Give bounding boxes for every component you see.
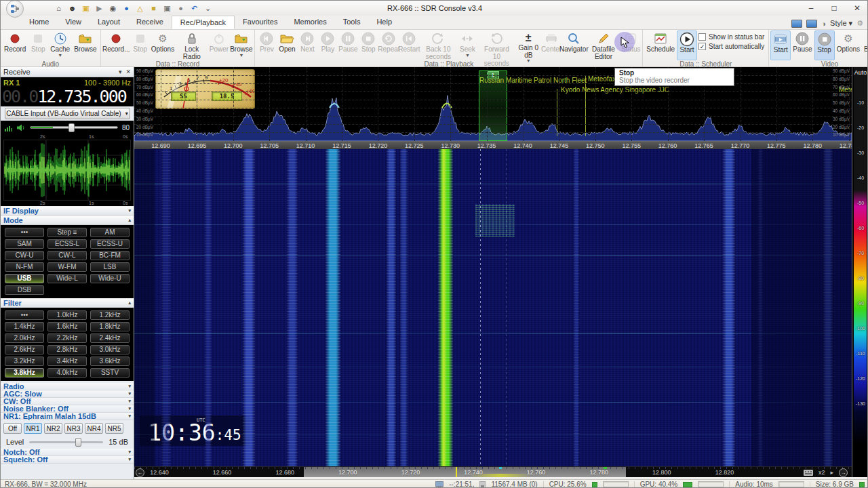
nav-play-icon[interactable]: ▸ — [830, 469, 833, 476]
tab-tools[interactable]: Tools — [335, 16, 369, 29]
filter-3-8khz[interactable]: 3.8kHz — [5, 368, 44, 378]
mode-step[interactable]: Step ≡ — [47, 228, 87, 237]
data-record-lock-radio-button[interactable]: Lock Radio — [175, 30, 209, 60]
section-filter[interactable]: Filter▴ — [1, 298, 134, 308]
video-browse-button[interactable]: Browse — [862, 30, 868, 60]
zoom-level[interactable]: x2 — [818, 469, 825, 476]
video-start-button[interactable]: Start — [770, 30, 791, 60]
filter-2-8khz[interactable]: 2.8kHz — [47, 345, 87, 354]
checkbox-icon[interactable]: ✓ — [698, 43, 706, 50]
mode-cw-u[interactable]: CW-U — [5, 251, 44, 260]
audio-device-dropdown[interactable]: CABLE Input (VB-Audio Virtual Cable)▾ — [5, 108, 130, 119]
data-record-options-button[interactable]: ⚙Options — [151, 30, 175, 60]
filter-2-2khz[interactable]: 2.2kHz — [47, 333, 87, 343]
volume-slider[interactable] — [30, 126, 118, 129]
nr-button-off[interactable]: Off — [3, 423, 22, 434]
section-if-display[interactable]: IF Display▾ — [1, 206, 134, 216]
mode-dsb[interactable]: DSB — [5, 285, 44, 295]
video-options-button[interactable]: ⚙Options — [835, 30, 862, 60]
filter-1-8khz[interactable]: 1.8kHz — [90, 322, 130, 331]
mode-sam[interactable]: SAM — [5, 239, 44, 249]
data-record-browse-button[interactable]: Browse▼ — [229, 30, 253, 60]
checkbox-show-in-status-bar[interactable]: Show in status bar — [698, 33, 764, 41]
waterfall-display[interactable]: UTC 10:36:45 — [134, 149, 852, 466]
data-playback-open-button[interactable]: Open — [277, 30, 297, 60]
filter-3-6khz[interactable]: 3.6kHz — [90, 357, 130, 366]
mode-am[interactable]: AM — [90, 228, 130, 237]
filter-sstv[interactable]: SSTV — [90, 368, 130, 378]
speaker-icon[interactable] — [17, 124, 26, 131]
data-scheduler-schedule-button[interactable]: Schedule — [644, 30, 677, 60]
nr-button-nr5[interactable]: NR5 — [105, 423, 123, 434]
minimize-button[interactable]: – — [800, 1, 823, 15]
mode-n-fm[interactable]: N-FM — [5, 262, 44, 272]
frequency-display[interactable]: 00.012.735.000 — [1, 87, 134, 106]
close-button[interactable]: ✕ — [846, 1, 868, 15]
audio-cache-button[interactable]: Cache▼ — [48, 30, 72, 60]
checkbox-icon[interactable] — [698, 33, 706, 41]
mode-ecss-l[interactable]: ECSS-L — [47, 239, 87, 249]
level-slider[interactable] — [29, 441, 103, 443]
filter-2-0khz[interactable]: 2.0kHz — [5, 333, 44, 343]
tab-view[interactable]: View — [57, 16, 90, 29]
nav-left-button[interactable]: ← — [136, 468, 144, 477]
tab-layout[interactable]: Layout — [90, 16, 128, 29]
nr-button-nr4[interactable]: NR4 — [85, 423, 103, 434]
tab-favourites[interactable]: Favourites — [235, 16, 285, 29]
maximize-button[interactable]: □ — [823, 1, 846, 15]
tab-home[interactable]: Home — [21, 16, 57, 29]
radio-setting-squelch[interactable]: Squelch: Off▾ — [1, 456, 134, 464]
filter-1-0khz[interactable]: 1.0kHz — [47, 310, 87, 320]
data-playback-navigator-button[interactable]: Navigator — [561, 30, 586, 60]
filter-1-2khz[interactable]: 1.2kHz — [90, 310, 130, 320]
filter-2-4khz[interactable]: 2.4kHz — [90, 333, 130, 343]
mode-w-fm[interactable]: W-FM — [47, 262, 87, 272]
mode-wide-l[interactable]: Wide-L — [47, 274, 87, 283]
checkbox-start-automatically[interactable]: ✓Start automatically — [698, 43, 764, 50]
mode-bc-fm[interactable]: BC-FM — [90, 251, 130, 260]
data-playback-gain-0-db-button[interactable]: ±Gain 0 dB▼ — [515, 30, 541, 60]
mode-ecss-u[interactable]: ECSS-U — [90, 239, 130, 249]
tab-receive[interactable]: Receive — [128, 16, 172, 29]
nr-button-nr1[interactable]: NR1 — [24, 423, 42, 434]
spectrum-frequency-scale[interactable]: 12.69012.69512.70012.70512.71012.71512.7… — [134, 141, 852, 149]
panel-close-icon[interactable]: ✕ — [125, 68, 131, 75]
style-dropdown[interactable]: Style ▾ — [830, 19, 852, 28]
filter-3-2khz[interactable]: 3.2kHz — [5, 357, 44, 366]
filter-4-0khz[interactable]: 4.0kHz — [47, 368, 87, 378]
monitor-icon[interactable] — [791, 20, 802, 28]
radio-setting-nr1[interactable]: NR1: Ephraim Malah 15dB▾ — [1, 413, 134, 420]
video-pause-button[interactable]: Pause — [791, 30, 814, 60]
frequency-navigator[interactable]: ← x2 ▸ → 12.64012.66012.68012.70012.7201… — [134, 466, 852, 477]
mode-[interactable]: ••• — [5, 228, 44, 237]
filter-1-4khz[interactable]: 1.4kHz — [5, 322, 44, 331]
filter-[interactable]: ••• — [5, 310, 44, 320]
pin-icon[interactable]: ⚙ — [856, 19, 863, 28]
nav-right-button[interactable]: → — [839, 468, 848, 477]
panel-collapse-icon[interactable]: ▾ — [119, 68, 122, 75]
theme-icon[interactable]: ◑ — [821, 20, 826, 28]
audio-browse-button[interactable]: Browse — [72, 30, 98, 60]
tab-memories[interactable]: Memories — [285, 16, 334, 29]
nr-button-nr2[interactable]: NR2 — [44, 423, 62, 434]
tab-rec-playback[interactable]: Rec/Playback — [172, 16, 235, 29]
data-record-record-button[interactable]: Record... — [102, 30, 130, 60]
app-icon[interactable] — [6, 0, 24, 18]
audio-record-button[interactable]: Record — [2, 30, 28, 60]
tab-help[interactable]: Help — [368, 16, 400, 29]
filter-1-6khz[interactable]: 1.6kHz — [47, 322, 87, 331]
mode-wide-u[interactable]: Wide-U — [90, 274, 130, 283]
video-stop-button[interactable]: Stop — [814, 30, 835, 60]
monitor2-icon[interactable] — [806, 20, 817, 28]
filter-3-4khz[interactable]: 3.4kHz — [47, 357, 87, 366]
spectrum-display[interactable]: 1 Russian Maritime Patrol North Fleet Ky… — [134, 67, 852, 141]
filter-2-6khz[interactable]: 2.6kHz — [5, 345, 44, 354]
waterfall-legend[interactable]: Auto -10-20-30-40-50-60-70-80-90-100-110… — [852, 67, 868, 477]
nr-button-nr3[interactable]: NR3 — [64, 423, 83, 434]
section-mode[interactable]: Mode▴ — [1, 216, 134, 225]
mode-usb[interactable]: USB — [5, 274, 44, 283]
mode-lsb[interactable]: LSB — [90, 262, 130, 272]
keyboard-icon[interactable] — [804, 470, 813, 476]
filter-3-0khz[interactable]: 3.0kHz — [90, 345, 130, 354]
data-scheduler-start-button[interactable]: Start — [677, 30, 697, 60]
